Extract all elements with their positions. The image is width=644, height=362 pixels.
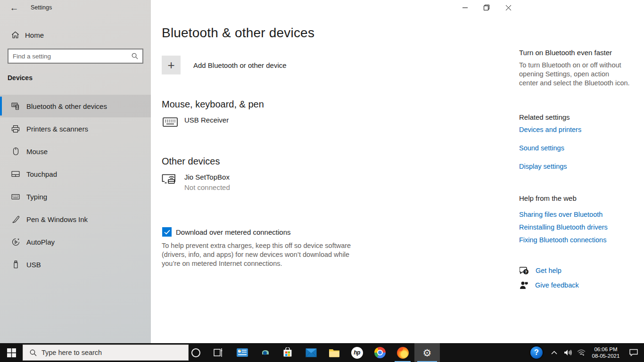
tip-title: Turn on Bluetooth even faster — [519, 49, 612, 57]
link-display-settings[interactable]: Display settings — [519, 163, 567, 170]
link-sound-settings[interactable]: Sound settings — [519, 144, 564, 152]
cortana-icon[interactable] — [185, 343, 206, 362]
window-title: Settings — [31, 4, 52, 11]
hidden-icons-chevron[interactable] — [547, 343, 561, 362]
taskbar-clock[interactable]: 06:06 PM 08-05-2021 — [588, 346, 623, 359]
settings-window: ← Settings Home Devices — [0, 0, 644, 343]
wifi-icon[interactable] — [574, 343, 588, 362]
edge-icon[interactable] — [254, 343, 276, 362]
sidebar-item-label: Typing — [26, 193, 47, 201]
sidebar-item-typing[interactable]: Typing — [0, 185, 151, 208]
give-feedback-icon — [520, 281, 528, 289]
find-setting-input[interactable] — [8, 53, 132, 60]
sidebar-home-label: Home — [25, 31, 44, 39]
taskbar-search-input[interactable] — [37, 349, 188, 356]
settings-gear-icon[interactable]: ⚙ — [414, 343, 440, 362]
restore-button[interactable] — [476, 0, 497, 15]
back-arrow-icon: ← — [10, 3, 19, 13]
give-feedback-link[interactable]: Give feedback — [520, 281, 579, 289]
device-name: USB Receiver — [184, 116, 229, 124]
related-settings-heading: Related settings — [519, 113, 570, 121]
plus-icon: + — [162, 56, 181, 74]
sidebar: ← Settings Home Devices — [0, 0, 151, 343]
printer-icon — [11, 125, 20, 133]
sidebar-item-printers[interactable]: Printers & scanners — [0, 117, 151, 140]
device-status: Not connected — [184, 183, 230, 191]
right-panel: Turn on Bluetooth even faster To turn Bl… — [519, 0, 635, 343]
keyboard-device-icon — [162, 116, 179, 127]
link-sharing-files-bluetooth[interactable]: Sharing files over Bluetooth — [519, 211, 603, 218]
sidebar-item-label: USB — [26, 261, 41, 269]
link-reinstalling-bluetooth-drivers[interactable]: Reinstalling Bluetooth drivers — [519, 223, 608, 231]
taskbar-search-icon — [30, 349, 37, 356]
sidebar-item-autoplay[interactable]: AutoPlay — [0, 230, 151, 253]
system-app-icon[interactable] — [231, 343, 253, 362]
add-device-label: Add Bluetooth or other device — [193, 61, 287, 69]
mouse-icon — [11, 147, 20, 156]
bluetooth-devices-icon — [11, 102, 20, 110]
back-button[interactable]: ← — [5, 1, 24, 15]
device-row-usb-receiver[interactable]: USB Receiver — [162, 116, 229, 127]
usb-icon — [11, 260, 20, 269]
taskbar-search-box[interactable] — [23, 345, 189, 361]
sidebar-section-heading: Devices — [8, 74, 33, 82]
tip-body: To turn Bluetooth on or off without open… — [519, 61, 630, 88]
action-center-icon[interactable] — [623, 343, 644, 362]
system-tray: ? 06:06 PM 08-05-2021 — [526, 343, 644, 362]
add-bluetooth-device-button[interactable]: + Add Bluetooth or other device — [162, 56, 287, 74]
touchpad-icon — [11, 171, 20, 177]
checkbox-checked-icon[interactable] — [162, 227, 172, 237]
sidebar-item-label: Touchpad — [26, 170, 57, 178]
window-controls — [454, 0, 519, 15]
metered-connections-checkbox-row[interactable]: Download over metered connections — [162, 227, 290, 237]
sidebar-item-bluetooth[interactable]: Bluetooth & other devices — [0, 95, 151, 117]
main-content: Bluetooth & other devices + Add Bluetoot… — [151, 0, 519, 343]
microsoft-store-icon[interactable] — [277, 343, 298, 362]
page-title: Bluetooth & other devices — [162, 25, 314, 41]
section-heading-other-devices: Other devices — [162, 156, 220, 167]
link-devices-and-printers[interactable]: Devices and printers — [519, 126, 581, 133]
device-row-jio-settopbox[interactable]: Jio SetTopBox Not connected — [162, 173, 230, 191]
hp-icon[interactable]: hp — [346, 343, 368, 362]
sidebar-item-home[interactable]: Home — [0, 26, 151, 43]
sidebar-item-label: Pen & Windows Ink — [26, 215, 88, 223]
device-name: Jio SetTopBox — [184, 173, 230, 181]
taskbar: hp ⚙ ? — [0, 343, 644, 362]
section-heading-mouse-keyboard-pen: Mouse, keyboard, & pen — [162, 99, 264, 110]
firefox-icon[interactable] — [392, 343, 413, 362]
start-button[interactable] — [0, 343, 23, 362]
minimize-button[interactable] — [454, 0, 476, 15]
metered-connections-label: Download over metered connections — [176, 228, 290, 236]
sidebar-nav: Bluetooth & other devices Printers & sca… — [0, 95, 151, 276]
home-icon — [11, 31, 19, 39]
svg-text:?: ? — [525, 270, 527, 274]
file-explorer-icon[interactable] — [323, 343, 345, 362]
close-button[interactable] — [497, 0, 519, 15]
sidebar-item-label: Bluetooth & other devices — [26, 102, 107, 110]
give-feedback-label: Give feedback — [535, 281, 579, 289]
pen-icon — [11, 215, 20, 223]
mail-icon[interactable] — [300, 343, 322, 362]
get-help-label: Get help — [536, 267, 561, 274]
clock-time: 06:06 PM — [588, 346, 623, 353]
get-help-app-icon[interactable]: ? — [526, 343, 547, 362]
task-view-icon[interactable] — [207, 343, 229, 362]
clock-date: 08-05-2021 — [588, 353, 623, 359]
sidebar-item-usb[interactable]: USB — [0, 253, 151, 276]
settopbox-icon — [162, 173, 179, 191]
search-icon[interactable] — [132, 53, 138, 59]
chrome-icon[interactable] — [369, 343, 391, 362]
find-setting-searchbox[interactable] — [8, 49, 143, 64]
sidebar-item-label: Printers & scanners — [26, 125, 88, 133]
get-help-link[interactable]: ? Get help — [520, 266, 561, 275]
typing-keyboard-icon — [11, 194, 20, 200]
link-fixing-bluetooth-connections[interactable]: Fixing Bluetooth connections — [519, 236, 606, 244]
get-help-icon: ? — [520, 266, 529, 275]
sidebar-item-mouse[interactable]: Mouse — [0, 140, 151, 163]
sidebar-item-touchpad[interactable]: Touchpad — [0, 163, 151, 185]
help-from-web-heading: Help from the web — [519, 194, 577, 202]
metered-connections-description: To help prevent extra charges, keep this… — [162, 241, 369, 268]
sidebar-item-pen[interactable]: Pen & Windows Ink — [0, 208, 151, 230]
volume-icon[interactable] — [561, 343, 574, 362]
sidebar-item-label: AutoPlay — [26, 238, 55, 246]
